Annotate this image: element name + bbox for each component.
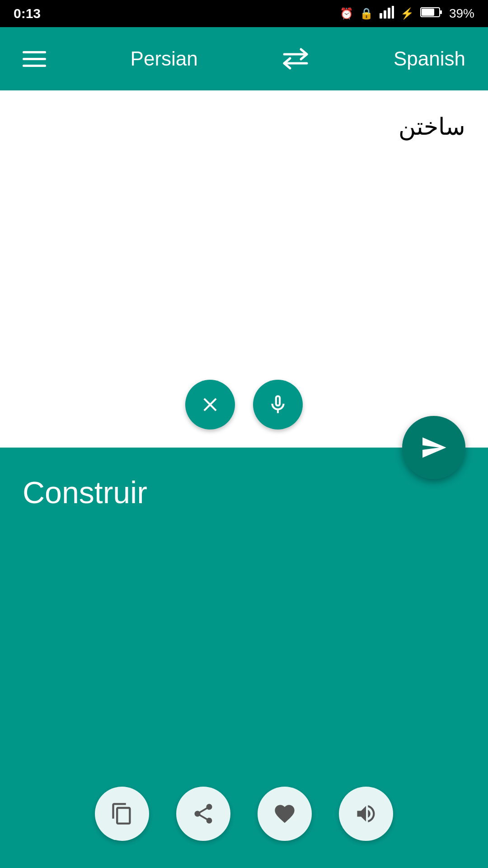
output-area: Construir — [0, 448, 488, 868]
favorite-button[interactable] — [258, 787, 312, 841]
battery-percent: 39% — [449, 6, 474, 21]
swap-languages-button[interactable] — [282, 47, 309, 70]
status-time: 0:13 — [14, 6, 41, 21]
output-action-buttons — [95, 787, 393, 841]
status-icons: ⏰ 🔒 ⚡ 39% — [340, 6, 474, 21]
input-action-buttons — [185, 380, 303, 429]
speaker-icon — [354, 802, 378, 826]
sim-icon: 🔒 — [360, 7, 373, 20]
alarm-icon: ⏰ — [340, 7, 353, 20]
battery-icon — [420, 6, 443, 21]
svg-rect-1 — [384, 10, 386, 19]
input-area — [0, 90, 488, 448]
translate-button[interactable] — [402, 416, 465, 479]
source-language[interactable]: Persian — [131, 47, 198, 70]
microphone-icon — [267, 393, 289, 416]
charging-icon: ⚡ — [400, 7, 414, 20]
clear-button[interactable] — [185, 380, 235, 429]
svg-rect-5 — [440, 10, 442, 14]
heart-icon — [273, 802, 296, 826]
target-language[interactable]: Spanish — [394, 47, 465, 70]
svg-rect-6 — [422, 9, 434, 16]
send-icon — [420, 434, 447, 461]
svg-rect-0 — [380, 13, 382, 19]
toolbar: Persian Spanish — [0, 27, 488, 90]
status-bar: 0:13 ⏰ 🔒 ⚡ 39% — [0, 0, 488, 27]
signal-icon — [380, 6, 394, 21]
microphone-button[interactable] — [253, 380, 303, 429]
share-icon — [192, 802, 215, 826]
translated-text: Construir — [23, 475, 465, 510]
clear-icon — [199, 393, 221, 416]
speak-button[interactable] — [339, 787, 393, 841]
copy-icon — [110, 802, 134, 826]
copy-button[interactable] — [95, 787, 149, 841]
svg-rect-2 — [388, 8, 390, 19]
share-button[interactable] — [176, 787, 230, 841]
menu-button[interactable] — [23, 51, 46, 67]
svg-rect-3 — [392, 6, 394, 19]
